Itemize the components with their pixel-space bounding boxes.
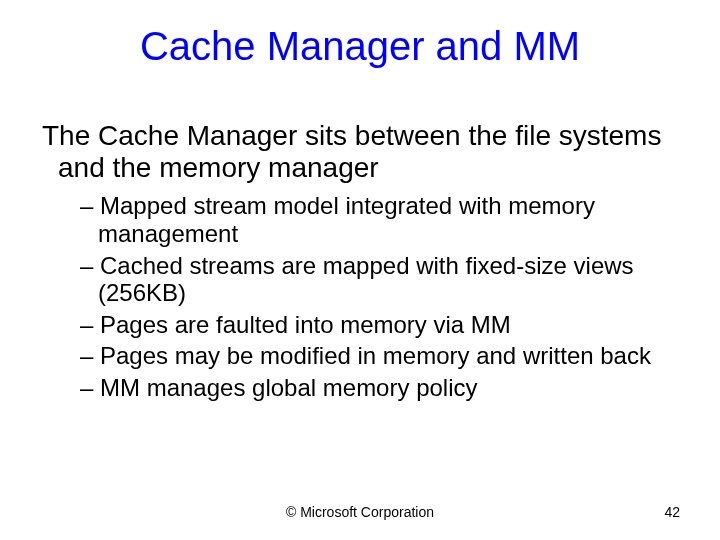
bullet-item: Pages are faulted into memory via MM xyxy=(98,311,682,339)
slide: Cache Manager and MM The Cache Manager s… xyxy=(0,0,720,540)
bullet-item: Pages may be modified in memory and writ… xyxy=(98,342,682,370)
slide-body: The Cache Manager sits between the file … xyxy=(42,120,682,406)
footer-copyright: © Microsoft Corporation xyxy=(0,504,720,520)
footer-page-number: 42 xyxy=(664,504,680,520)
slide-title: Cache Manager and MM xyxy=(0,24,720,69)
bullet-item: Mapped stream model integrated with memo… xyxy=(98,192,682,247)
bullet-item: Cached streams are mapped with fixed-siz… xyxy=(98,252,682,307)
bullet-list: Mapped stream model integrated with memo… xyxy=(42,192,682,401)
bullet-item: MM manages global memory policy xyxy=(98,374,682,402)
body-paragraph: The Cache Manager sits between the file … xyxy=(42,120,682,184)
